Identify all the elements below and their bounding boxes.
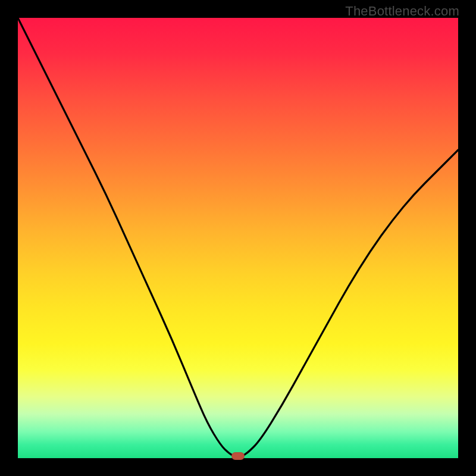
curve-path — [18, 18, 458, 457]
plot-area — [18, 18, 458, 458]
watermark-text: TheBottleneck.com — [345, 4, 459, 19]
bottleneck-curve — [18, 18, 458, 458]
optimum-marker — [231, 452, 245, 460]
chart-frame: TheBottleneck.com — [0, 0, 476, 476]
